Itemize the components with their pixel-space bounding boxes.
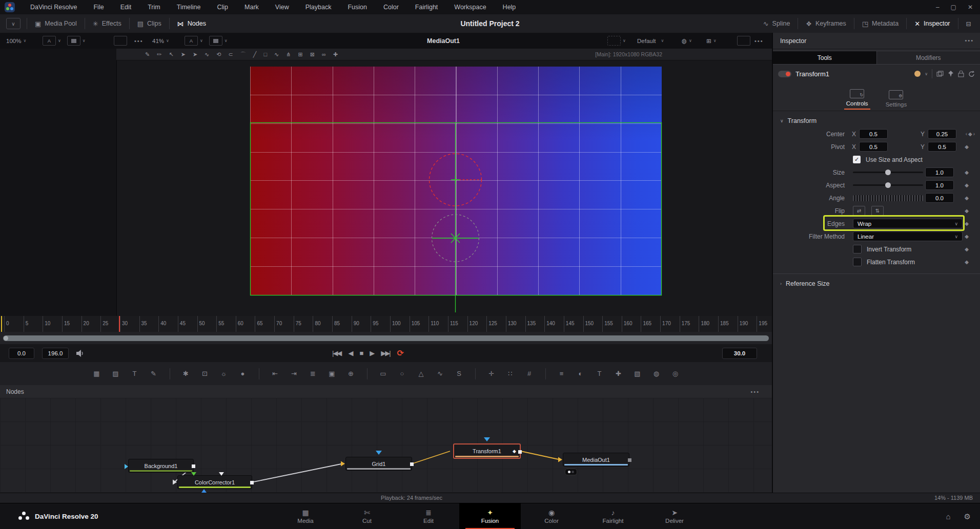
weld-icon[interactable]: ✚ bbox=[333, 51, 338, 58]
insert-point-alt-icon[interactable]: ➤ bbox=[193, 51, 197, 58]
node-color-swatch[interactable] bbox=[914, 71, 921, 77]
frame-rate-field[interactable]: 30.0 bbox=[722, 348, 757, 359]
left-viewer-zoom[interactable]: 100%∨ bbox=[6, 33, 26, 49]
node-transform1[interactable]: Transform1◆ bbox=[453, 443, 521, 459]
merge-icon[interactable]: ⊕ bbox=[345, 368, 357, 380]
goto-end-icon[interactable]: ▶▶| bbox=[381, 349, 390, 357]
viewer-canvas[interactable] bbox=[250, 67, 662, 295]
angle-dial[interactable] bbox=[853, 195, 923, 201]
viewer-menu-dots[interactable]: ••• bbox=[754, 33, 764, 49]
flatten-transform-checkbox[interactable] bbox=[853, 258, 862, 266]
main-viewer-channel-select[interactable]: A∨∨ bbox=[185, 33, 228, 49]
camera3d-icon[interactable]: ◎ bbox=[669, 368, 682, 380]
pin-icon[interactable] bbox=[948, 71, 954, 77]
node-grid1[interactable]: Grid1 bbox=[345, 457, 412, 471]
tracker-icon[interactable]: ✛ bbox=[485, 368, 498, 380]
page-color[interactable]: ◉Color bbox=[521, 503, 582, 529]
left-viewer-options[interactable]: ••• bbox=[114, 33, 144, 49]
output-port[interactable] bbox=[250, 481, 254, 484]
metadata-button[interactable]: ◳Metadata bbox=[855, 14, 905, 33]
page-edit[interactable]: ≣Edit bbox=[398, 503, 459, 529]
menu-workspace[interactable]: Workspace bbox=[446, 4, 494, 11]
spline-button[interactable]: ∿Spline bbox=[757, 14, 797, 33]
sphere3d-icon[interactable]: ◍ bbox=[650, 368, 663, 380]
effects-button[interactable]: ✳Effects bbox=[86, 14, 128, 33]
paint-tool-icon[interactable]: ✎ bbox=[148, 368, 160, 380]
page-deliver[interactable]: ➤Deliver bbox=[644, 503, 705, 529]
keyframe-diamond-icon[interactable]: ◆ bbox=[965, 234, 969, 239]
lightbulb-button[interactable]: ◍∨ bbox=[682, 33, 692, 49]
reset-icon[interactable] bbox=[968, 71, 975, 77]
menu-mark[interactable]: Mark bbox=[236, 4, 267, 11]
panel-layout-button[interactable]: ⊟ bbox=[959, 14, 978, 33]
minimize-icon[interactable]: – bbox=[936, 4, 940, 11]
cube3d-icon[interactable]: ▧ bbox=[631, 368, 644, 380]
flip-vertical-button[interactable]: ⇅ bbox=[871, 206, 884, 216]
menu-fairlight[interactable]: Fairlight bbox=[407, 4, 446, 11]
line-tool-icon[interactable]: ╱ bbox=[253, 51, 257, 58]
play-icon[interactable]: ▶ bbox=[370, 349, 374, 357]
menu-file[interactable]: File bbox=[85, 4, 112, 11]
magnet-snap-icon[interactable]: ⊂ bbox=[229, 51, 233, 58]
node-colorcorrector1[interactable]: ColorCorrector1 bbox=[177, 475, 252, 489]
home-icon[interactable]: ⌂ bbox=[946, 512, 950, 521]
background-tool-icon[interactable]: ▦ bbox=[91, 368, 103, 380]
page-fusion[interactable]: ✦Fusion bbox=[459, 503, 521, 529]
nodes-button[interactable]: ⋈Nodes bbox=[171, 14, 213, 33]
stop-icon[interactable]: ■ bbox=[359, 349, 362, 357]
inspector-button[interactable]: ✕Inspector bbox=[908, 14, 956, 33]
menu-trim[interactable]: Trim bbox=[139, 4, 169, 11]
page-media[interactable]: ▦Media bbox=[275, 503, 336, 529]
use-size-aspect-checkbox[interactable]: ✓ bbox=[853, 156, 861, 163]
lock-icon[interactable] bbox=[958, 71, 964, 77]
polygon-mask-icon[interactable]: △ bbox=[415, 368, 427, 380]
keyframe-diamond-icon[interactable]: ◆ bbox=[965, 246, 969, 252]
chevron-down-icon[interactable]: ∨ bbox=[925, 72, 928, 76]
keyframe-diamond-icon[interactable]: ◆ bbox=[965, 208, 969, 214]
output-port[interactable] bbox=[518, 450, 522, 454]
menu-fusion[interactable]: Fusion bbox=[339, 4, 375, 11]
delete-box-icon[interactable]: ⊠ bbox=[310, 51, 315, 58]
keyframe-diamond-icon[interactable]: ◆ bbox=[965, 195, 969, 201]
text-plus-tool-icon[interactable]: T bbox=[129, 368, 141, 380]
menu-help[interactable]: Help bbox=[495, 4, 524, 11]
loader-icon[interactable]: ⇤ bbox=[269, 368, 281, 380]
flip-horizontal-button[interactable]: ⇄ bbox=[853, 206, 865, 216]
node-graph[interactable]: Background1ColorCorrector1Grid1Transform… bbox=[0, 398, 772, 493]
input-port[interactable] bbox=[125, 464, 128, 469]
viewer-expand-button[interactable] bbox=[737, 33, 750, 49]
merge3d-icon[interactable]: ≡ bbox=[556, 368, 568, 380]
arc-tool-icon[interactable]: ⌒ bbox=[240, 51, 246, 58]
maximize-icon[interactable]: ▢ bbox=[951, 4, 956, 11]
keyframe-nav-icons[interactable]: ‹◆› bbox=[966, 131, 976, 137]
particle-merge-icon[interactable]: ⊡ bbox=[199, 368, 211, 380]
menu-color[interactable]: Color bbox=[375, 4, 407, 11]
range-out-field[interactable]: 196.0 bbox=[42, 348, 69, 359]
left-viewer-channel-select[interactable]: A∨∨ bbox=[43, 33, 86, 49]
menu-edit[interactable]: Edit bbox=[112, 4, 140, 11]
center-x-field[interactable]: 0.5 bbox=[859, 129, 888, 139]
blur-tool-icon[interactable]: ● bbox=[237, 368, 249, 380]
planar-tracker-icon[interactable]: # bbox=[523, 368, 536, 380]
media-pool-button[interactable]: ▣Media Pool bbox=[28, 14, 84, 33]
menu-playback[interactable]: Playback bbox=[297, 4, 340, 11]
particle-emitter-icon[interactable]: ✱ bbox=[180, 368, 192, 380]
speaker-icon[interactable] bbox=[76, 350, 84, 357]
lut-select[interactable]: Default∨ bbox=[637, 33, 664, 49]
render-range-start-marker[interactable] bbox=[1, 316, 2, 332]
invert-transform-checkbox[interactable] bbox=[853, 245, 862, 253]
aspect-field[interactable]: 1.0 bbox=[925, 180, 954, 190]
tab-modifiers[interactable]: Modifiers bbox=[877, 51, 980, 64]
timeline-scrollbar[interactable] bbox=[3, 335, 769, 341]
menu-davinci-resolve[interactable]: DaVinci Resolve bbox=[22, 4, 85, 11]
keyframe-diamond-icon[interactable]: ◆ bbox=[965, 170, 969, 175]
keyframe-diamond-icon[interactable]: ◆ bbox=[965, 221, 969, 226]
keyframes-button[interactable]: ❖Keyframes bbox=[799, 14, 852, 33]
output-port[interactable] bbox=[410, 462, 414, 466]
inspector-menu-dots[interactable]: ••• bbox=[965, 37, 974, 44]
pen-add-icon[interactable]: ✎ bbox=[145, 51, 150, 58]
tab-tools[interactable]: Tools bbox=[773, 51, 877, 64]
saver-icon[interactable]: ⇥ bbox=[288, 368, 300, 380]
copy-icon[interactable] bbox=[936, 71, 944, 77]
main-viewer-zoom[interactable]: 41%∨ bbox=[152, 33, 169, 49]
